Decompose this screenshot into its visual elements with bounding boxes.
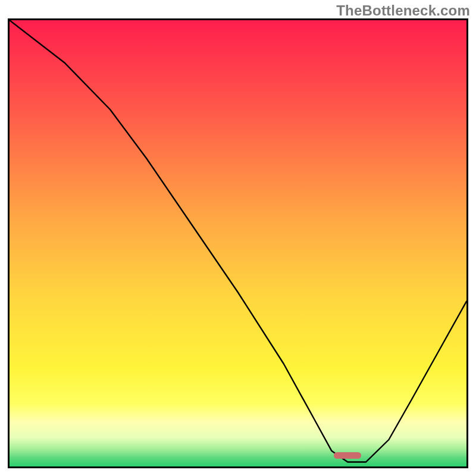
plot-area [8,18,468,468]
watermark-text: TheBottleneck.com [336,2,470,19]
chart-root: TheBottleneck.com [0,0,476,476]
bottleneck-curve [10,20,466,466]
optimal-range-marker [334,452,361,459]
